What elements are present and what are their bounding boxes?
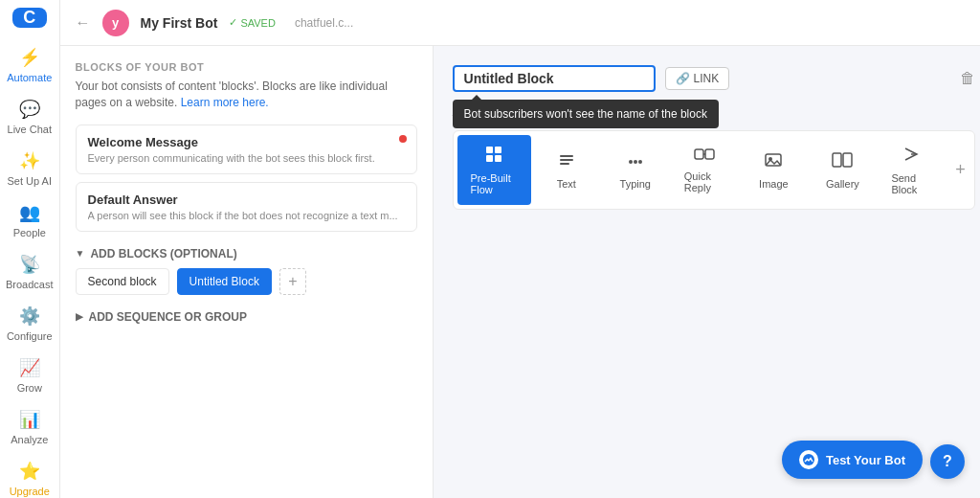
sidebar-item-label: Upgrade <box>10 486 50 497</box>
element-type-label: Quick Reply <box>684 170 725 193</box>
right-canvas: 🔗 LINK 🗑 Bot subscribers won't see the n… <box>434 46 980 498</box>
element-type-send-block[interactable]: Send Block <box>878 135 945 205</box>
messenger-icon <box>799 450 818 469</box>
sidebar-item-label: Live Chat <box>8 124 52 135</box>
saved-badge: ✓ SAVED <box>229 16 275 29</box>
block-desc: Every person communicating with the bot … <box>88 152 405 164</box>
add-blocks-header[interactable]: ▼ ADD BLOCKS (OPTIONAL) <box>76 247 417 260</box>
welcome-message-block[interactable]: Welcome Message Every person communicati… <box>76 124 417 174</box>
help-button[interactable]: ? <box>930 444 965 479</box>
panel-description: Your bot consists of content 'blocks'. B… <box>76 79 417 111</box>
element-type-label: Send Block <box>891 172 931 195</box>
svg-rect-4 <box>560 155 573 157</box>
element-type-pre-built-flow[interactable]: Pre-Built Flow <box>457 135 531 205</box>
element-type-label: Typing <box>620 178 651 190</box>
analyze-icon: 📊 <box>19 409 40 430</box>
svg-rect-15 <box>833 153 841 167</box>
svg-rect-16 <box>843 153 852 167</box>
add-blocks-row: Second block Untitled Block + <box>76 268 417 295</box>
svg-rect-0 <box>486 147 493 153</box>
left-panel: BLOCKS OF YOUR BOT Your bot consists of … <box>60 46 434 498</box>
sidebar-item-upgrade[interactable]: ⭐ Upgrade <box>0 453 59 498</box>
block-title: Default Answer <box>88 192 405 207</box>
add-element-button[interactable]: + <box>950 157 969 184</box>
sidebar-item-broadcast[interactable]: 📡 Broadcast <box>0 246 59 298</box>
sidebar-item-live-chat[interactable]: 💬 Live Chat <box>0 91 59 143</box>
sidebar-item-label: Set Up AI <box>8 175 52 187</box>
sidebar-item-setup-ai[interactable]: ✨ Set Up AI <box>0 143 59 194</box>
sidebar-item-automate[interactable]: ⚡ Automate <box>0 39 59 91</box>
panel-section-title: BLOCKS OF YOUR BOT <box>76 61 417 73</box>
automate-icon: ⚡ <box>19 47 40 68</box>
logo: C <box>12 8 47 28</box>
link-button[interactable]: 🔗 LINK <box>665 67 730 90</box>
block-name-tooltip: Bot subscribers won't see the name of th… <box>453 100 719 128</box>
back-button[interactable]: ← <box>76 14 91 32</box>
element-type-image[interactable]: Image <box>740 141 807 199</box>
svg-point-7 <box>629 160 633 164</box>
upgrade-icon: ⭐ <box>19 461 40 482</box>
send-block-icon <box>902 145 921 169</box>
block-desc: A person will see this block if the bot … <box>88 210 405 221</box>
broadcast-icon: 📡 <box>19 254 40 275</box>
sidebar-item-label: Analyze <box>11 434 48 445</box>
people-icon: 👥 <box>19 202 40 223</box>
block-name-input[interactable] <box>453 65 656 92</box>
element-type-quick-reply[interactable]: Quick Reply <box>671 137 739 203</box>
add-blocks-label: ADD BLOCKS (OPTIONAL) <box>90 247 236 260</box>
sidebar-item-grow[interactable]: 📈 Grow <box>0 350 59 401</box>
arrow-right-icon: ▶ <box>76 311 83 322</box>
sidebar-item-analyze[interactable]: 📊 Analyze <box>0 401 59 453</box>
bot-name: My First Bot <box>141 15 218 31</box>
content-wrapper: ← y My First Bot ✓ SAVED chatfuel.c... B… <box>60 0 980 498</box>
gallery-icon <box>832 150 853 174</box>
main-content: ← y My First Bot ✓ SAVED chatfuel.c... B… <box>60 0 980 498</box>
live-chat-icon: 💬 <box>19 99 40 120</box>
block-dot <box>399 135 407 143</box>
quick-reply-icon <box>694 147 715 167</box>
block-header: 🔗 LINK 🗑 <box>453 65 975 92</box>
delete-button[interactable]: 🗑 <box>960 70 975 87</box>
check-icon: ✓ <box>229 16 237 29</box>
element-type-text[interactable]: Text <box>533 141 600 199</box>
sidebar: C ⚡ Automate 💬 Live Chat ✨ Set Up AI 👥 P… <box>0 0 60 498</box>
element-type-typing[interactable]: Typing <box>602 141 669 199</box>
svg-rect-3 <box>495 155 501 162</box>
element-type-label: Pre-Built Flow <box>471 172 518 195</box>
sidebar-item-label: Automate <box>7 72 52 83</box>
typing-icon <box>626 150 645 174</box>
element-type-label: Text <box>557 178 576 190</box>
block-tag-second[interactable]: Second block <box>76 268 169 295</box>
grow-icon: 📈 <box>19 357 40 378</box>
default-answer-block[interactable]: Default Answer A person will see this bl… <box>76 182 417 232</box>
svg-point-9 <box>638 160 642 164</box>
content-body: BLOCKS OF YOUR BOT Your bot consists of … <box>60 46 980 498</box>
configure-icon: ⚙️ <box>19 306 40 327</box>
svg-rect-6 <box>560 163 569 165</box>
element-type-label: Gallery <box>826 178 859 190</box>
topbar: ← y My First Bot ✓ SAVED chatfuel.c... <box>60 0 980 46</box>
element-types-row: Pre-Built Flow Text Typing <box>453 130 975 210</box>
add-sequence-header[interactable]: ▶ ADD SEQUENCE OR GROUP <box>76 310 417 324</box>
setup-ai-icon: ✨ <box>19 150 40 171</box>
add-block-button[interactable]: + <box>279 268 306 295</box>
link-icon: 🔗 <box>676 72 690 85</box>
learn-more-link[interactable]: Learn more here. <box>181 96 269 109</box>
sidebar-item-label: People <box>13 227 46 238</box>
element-type-label: Image <box>759 178 789 190</box>
sidebar-item-label: Broadcast <box>6 279 54 290</box>
element-type-gallery[interactable]: Gallery <box>809 141 876 199</box>
sidebar-item-label: Grow <box>17 382 42 394</box>
sidebar-item-configure[interactable]: ⚙️ Configure <box>0 298 59 350</box>
add-sequence-label: ADD SEQUENCE OR GROUP <box>89 310 247 324</box>
block-title: Welcome Message <box>88 135 405 149</box>
chatfuel-url: chatfuel.c... <box>295 16 353 30</box>
svg-rect-10 <box>695 149 703 159</box>
image-icon <box>764 150 783 174</box>
sidebar-item-people[interactable]: 👥 People <box>0 194 59 246</box>
block-tag-untitled[interactable]: Untitled Block <box>177 268 272 295</box>
test-bot-button[interactable]: Test Your Bot <box>782 441 923 479</box>
bot-avatar: y <box>102 10 129 36</box>
arrow-down-icon: ▼ <box>76 248 85 259</box>
pre-built-flow-icon <box>484 145 503 169</box>
